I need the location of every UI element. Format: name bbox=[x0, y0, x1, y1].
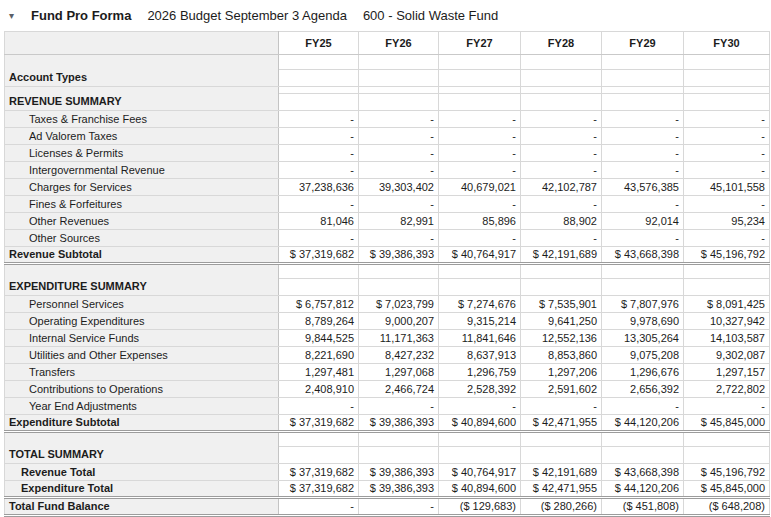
value-cell: 9,844,525 bbox=[279, 330, 359, 347]
column-header-fy30: FY30 bbox=[684, 32, 770, 55]
empty-cell bbox=[684, 87, 770, 94]
empty-cell bbox=[279, 70, 359, 87]
value-cell: - bbox=[359, 196, 439, 213]
value-cell: $ 40,894,600 bbox=[439, 415, 521, 432]
row-label: Other Sources bbox=[5, 230, 279, 247]
empty-cell bbox=[279, 432, 359, 447]
report-title: Fund Pro Forma bbox=[31, 8, 131, 23]
value-cell: - bbox=[521, 162, 602, 179]
empty-cell bbox=[279, 94, 359, 111]
row-label: Intergovernmental Revenue bbox=[5, 162, 279, 179]
row-label: TOTAL SUMMARY bbox=[5, 432, 279, 464]
value-cell: $ 42,191,689 bbox=[521, 464, 602, 481]
value-cell: $ 39,386,393 bbox=[359, 415, 439, 432]
value-cell: 9,075,208 bbox=[602, 347, 684, 364]
fund-name: 600 - Solid Waste Fund bbox=[363, 8, 498, 23]
empty-cell bbox=[439, 279, 521, 296]
value-cell: $ 44,120,206 bbox=[602, 481, 684, 498]
row-label: Total Fund Balance bbox=[5, 498, 279, 516]
table-row: Total Fund Balance--($ 129,683)($ 280,26… bbox=[5, 498, 770, 516]
value-cell: 2,656,392 bbox=[602, 381, 684, 398]
value-cell: - bbox=[684, 230, 770, 247]
value-cell: - bbox=[602, 111, 684, 128]
value-cell: - bbox=[279, 128, 359, 145]
empty-cell bbox=[439, 55, 521, 70]
header-row: FY25FY26FY27FY28FY29FY30 bbox=[5, 32, 770, 55]
value-cell: ($ 451,808) bbox=[602, 498, 684, 516]
empty-cell bbox=[602, 432, 684, 447]
collapse-triangle-icon[interactable]: ▾ bbox=[9, 11, 31, 21]
value-cell: - bbox=[359, 145, 439, 162]
column-header-fy25: FY25 bbox=[279, 32, 359, 55]
value-cell: 9,641,250 bbox=[521, 313, 602, 330]
empty-cell bbox=[684, 70, 770, 87]
value-cell: 40,679,021 bbox=[439, 179, 521, 196]
row-label: Ad Valorem Taxes bbox=[5, 128, 279, 145]
value-cell: - bbox=[602, 230, 684, 247]
empty-cell bbox=[602, 447, 684, 464]
value-cell: - bbox=[521, 111, 602, 128]
row-label: Internal Service Funds bbox=[5, 330, 279, 347]
value-cell: 92,014 bbox=[602, 213, 684, 230]
table-row: Transfers1,297,4811,297,0681,296,7591,29… bbox=[5, 364, 770, 381]
empty-cell bbox=[684, 94, 770, 111]
value-cell: $ 7,274,676 bbox=[439, 296, 521, 313]
value-cell: - bbox=[684, 162, 770, 179]
table-body: Account TypesREVENUE SUMMARYTaxes & Fran… bbox=[5, 55, 770, 516]
empty-cell bbox=[602, 55, 684, 70]
table-row: Licenses & Permits------ bbox=[5, 145, 770, 162]
column-header-fy26: FY26 bbox=[359, 32, 439, 55]
table-row: EXPENDITURE SUMMARY bbox=[5, 264, 770, 279]
value-cell: 9,302,087 bbox=[684, 347, 770, 364]
empty-cell bbox=[359, 447, 439, 464]
table-row: Expenditure Subtotal$ 37,319,682$ 39,386… bbox=[5, 415, 770, 432]
value-cell: 8,789,264 bbox=[279, 313, 359, 330]
value-cell: - bbox=[521, 196, 602, 213]
value-cell: $ 45,196,792 bbox=[684, 464, 770, 481]
value-cell: - bbox=[521, 145, 602, 162]
value-cell: - bbox=[684, 196, 770, 213]
empty-cell bbox=[359, 55, 439, 70]
value-cell: 95,234 bbox=[684, 213, 770, 230]
empty-cell bbox=[602, 94, 684, 111]
empty-cell bbox=[521, 264, 602, 279]
value-cell: 1,297,206 bbox=[521, 364, 602, 381]
value-cell: 2,466,724 bbox=[359, 381, 439, 398]
empty-cell bbox=[439, 87, 521, 94]
empty-cell bbox=[521, 55, 602, 70]
value-cell: - bbox=[439, 196, 521, 213]
empty-cell bbox=[359, 279, 439, 296]
value-cell: $ 42,191,689 bbox=[521, 247, 602, 264]
value-cell: 9,978,690 bbox=[602, 313, 684, 330]
table-row: Contributions to Operations2,408,9102,46… bbox=[5, 381, 770, 398]
value-cell: - bbox=[359, 128, 439, 145]
value-cell: $ 39,386,393 bbox=[359, 464, 439, 481]
value-cell: - bbox=[439, 145, 521, 162]
value-cell: - bbox=[602, 128, 684, 145]
column-header-fy27: FY27 bbox=[439, 32, 521, 55]
value-cell: - bbox=[439, 111, 521, 128]
row-label: Utilities and Other Expenses bbox=[5, 347, 279, 364]
value-cell: - bbox=[521, 398, 602, 415]
empty-cell bbox=[602, 87, 684, 94]
value-cell: 81,046 bbox=[279, 213, 359, 230]
row-label: REVENUE SUMMARY bbox=[5, 87, 279, 111]
table-row: Personnel Services$ 6,757,812$ 7,023,799… bbox=[5, 296, 770, 313]
value-cell: - bbox=[684, 145, 770, 162]
row-label: Revenue Subtotal bbox=[5, 247, 279, 264]
empty-cell bbox=[602, 264, 684, 279]
empty-cell bbox=[359, 264, 439, 279]
value-cell: 82,991 bbox=[359, 213, 439, 230]
row-label: Charges for Services bbox=[5, 179, 279, 196]
row-label: Transfers bbox=[5, 364, 279, 381]
value-cell: 1,296,676 bbox=[602, 364, 684, 381]
row-label: Taxes & Franchise Fees bbox=[5, 111, 279, 128]
row-label: Licenses & Permits bbox=[5, 145, 279, 162]
empty-cell bbox=[521, 432, 602, 447]
row-label: Revenue Total bbox=[5, 464, 279, 481]
value-cell: 1,296,759 bbox=[439, 364, 521, 381]
table-row: Ad Valorem Taxes------ bbox=[5, 128, 770, 145]
value-cell: - bbox=[359, 111, 439, 128]
value-cell: $ 37,319,682 bbox=[279, 415, 359, 432]
value-cell: 2,408,910 bbox=[279, 381, 359, 398]
